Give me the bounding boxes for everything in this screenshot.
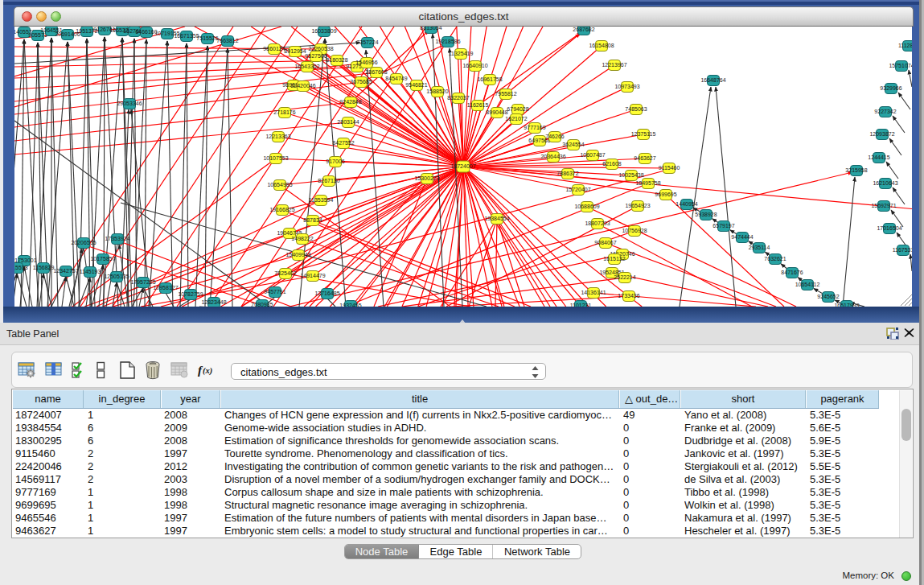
- svg-text:9329966: 9329966: [880, 85, 901, 91]
- svg-text:1440954: 1440954: [676, 201, 697, 207]
- svg-text:1733436: 1733436: [618, 293, 639, 299]
- svg-text:15300273: 15300273: [414, 175, 439, 181]
- svg-text:17957225: 17957225: [130, 279, 155, 285]
- svg-text:12342757: 12342757: [53, 268, 78, 274]
- svg-text:7485063: 7485063: [625, 106, 647, 112]
- svg-text:10782759: 10782759: [178, 291, 203, 297]
- svg-text:16640910: 16640910: [462, 63, 487, 68]
- svg-text:18724007: 18724007: [450, 163, 475, 169]
- svg-text:10654985: 10654985: [267, 182, 292, 187]
- svg-text:3215958: 3215958: [845, 167, 867, 173]
- svg-text:12823448: 12823448: [201, 299, 226, 305]
- svg-text:1101231: 1101231: [570, 303, 592, 307]
- svg-text:6579197: 6579197: [713, 223, 734, 229]
- svg-text:8471676: 8471676: [781, 270, 803, 275]
- svg-text:5938928: 5938928: [695, 212, 717, 217]
- svg-text:10688609: 10688609: [574, 204, 599, 209]
- svg-text:16961758: 16961758: [477, 76, 502, 82]
- svg-text:(x): (x): [203, 366, 212, 376]
- svg-text:15409948: 15409948: [285, 252, 310, 257]
- svg-text:10107553: 10107553: [263, 155, 288, 161]
- svg-text:7663812: 7663812: [216, 38, 238, 43]
- svg-text:16543362: 16543362: [294, 64, 319, 69]
- svg-text:1156829: 1156829: [33, 265, 55, 270]
- svg-text:1932455: 1932455: [339, 303, 361, 307]
- svg-text:12213363: 12213363: [265, 134, 290, 139]
- svg-text:1112822: 1112822: [898, 43, 912, 48]
- svg-text:7357224: 7357224: [356, 39, 378, 45]
- svg-text:9245652: 9245652: [817, 294, 839, 299]
- svg-text:15720407: 15720407: [565, 187, 590, 192]
- svg-text:7955812: 7955812: [495, 91, 516, 97]
- svg-text:9115460: 9115460: [659, 165, 680, 171]
- svg-text:1615132: 1615132: [603, 256, 625, 262]
- svg-text:3915518: 3915518: [14, 265, 28, 270]
- svg-text:7080985: 7080985: [251, 302, 273, 307]
- svg-text:17016504: 17016504: [877, 225, 901, 231]
- svg-text:7825402: 7825402: [274, 270, 296, 276]
- svg-text:7632621: 7632621: [764, 256, 786, 262]
- svg-text:3675685: 3675685: [350, 79, 372, 84]
- svg-text:746266: 746266: [545, 134, 564, 139]
- svg-text:9699695: 9699695: [655, 192, 676, 197]
- svg-text:29053346: 29053346: [117, 101, 142, 106]
- svg-text:2718176: 2718176: [273, 109, 295, 115]
- svg-text:18807293: 18807293: [585, 220, 610, 226]
- svg-text:10973493: 10973493: [614, 84, 639, 89]
- svg-text:20364436: 20364436: [540, 154, 565, 159]
- svg-text:22420046: 22420046: [290, 83, 315, 89]
- svg-text:16033809: 16033809: [311, 28, 336, 34]
- svg-text:1546956: 1546956: [355, 60, 377, 65]
- svg-text:2935114: 2935114: [749, 245, 770, 250]
- svg-text:16517939: 16517939: [834, 303, 859, 307]
- svg-text:10025438: 10025438: [618, 172, 643, 178]
- svg-text:621608: 621608: [602, 161, 621, 167]
- svg-text:14914479: 14914479: [300, 273, 325, 278]
- svg-text:16648764: 16648764: [700, 77, 725, 83]
- svg-text:13716485: 13716485: [314, 290, 339, 296]
- svg-text:10756928: 10756928: [622, 228, 647, 233]
- svg-text:12375115: 12375115: [631, 131, 656, 137]
- svg-text:8912954: 8912954: [284, 48, 306, 54]
- svg-text:3624554: 3624554: [562, 142, 584, 147]
- svg-text:1167531: 1167531: [893, 247, 912, 253]
- svg-text:10958127: 10958127: [153, 285, 178, 290]
- svg-text:1162615: 1162615: [467, 102, 489, 108]
- svg-text:11325419: 11325419: [449, 51, 474, 56]
- svg-text:18495758: 18495758: [635, 180, 660, 186]
- svg-text:2522214: 2522214: [614, 274, 635, 280]
- svg-text:12213967: 12213967: [602, 62, 626, 68]
- svg-text:17353924: 17353924: [105, 236, 129, 241]
- svg-text:1588520: 1588520: [426, 89, 448, 94]
- svg-text:15692971: 15692971: [871, 203, 896, 208]
- svg-text:7886372: 7886372: [556, 171, 578, 176]
- svg-text:9084067: 9084067: [594, 240, 616, 245]
- svg-text:7515526: 7515526: [196, 35, 218, 41]
- svg-text:11353594: 11353594: [309, 197, 334, 203]
- svg-text:9227342: 9227342: [874, 109, 896, 114]
- svg-text:8990448: 8990448: [486, 109, 507, 115]
- svg-text:8267130: 8267130: [318, 178, 339, 183]
- svg-text:10175857: 10175857: [90, 256, 115, 262]
- svg-text:8813054: 8813054: [420, 27, 441, 31]
- svg-text:14136141: 14136141: [581, 290, 606, 295]
- svg-text:905571: 905571: [28, 32, 47, 38]
- svg-text:10654112: 10654112: [795, 282, 820, 287]
- svg-text:9463627: 9463627: [634, 155, 655, 161]
- svg-text:2687682: 2687682: [573, 27, 594, 32]
- svg-text:12093872: 12093872: [869, 131, 894, 137]
- svg-text:15751074: 15751074: [889, 63, 912, 68]
- svg-text:6794028: 6794028: [507, 106, 528, 112]
- svg-text:9242848: 9242848: [339, 99, 361, 105]
- svg-text:16671355: 16671355: [174, 33, 199, 39]
- svg-text:10607487: 10607487: [580, 152, 605, 158]
- svg-text:887834: 887834: [303, 217, 322, 223]
- svg-text:8427552: 8427552: [332, 140, 354, 146]
- svg-text:2867608: 2867608: [365, 69, 387, 75]
- svg-text:20206555: 20206555: [71, 240, 96, 245]
- svg-text:19384554: 19384554: [484, 216, 509, 221]
- svg-text:8454749: 8454749: [385, 76, 407, 81]
- svg-text:16210643: 16210643: [873, 180, 897, 186]
- svg-text:917006: 917006: [326, 159, 344, 164]
- svg-text:8180328: 8180328: [326, 57, 347, 63]
